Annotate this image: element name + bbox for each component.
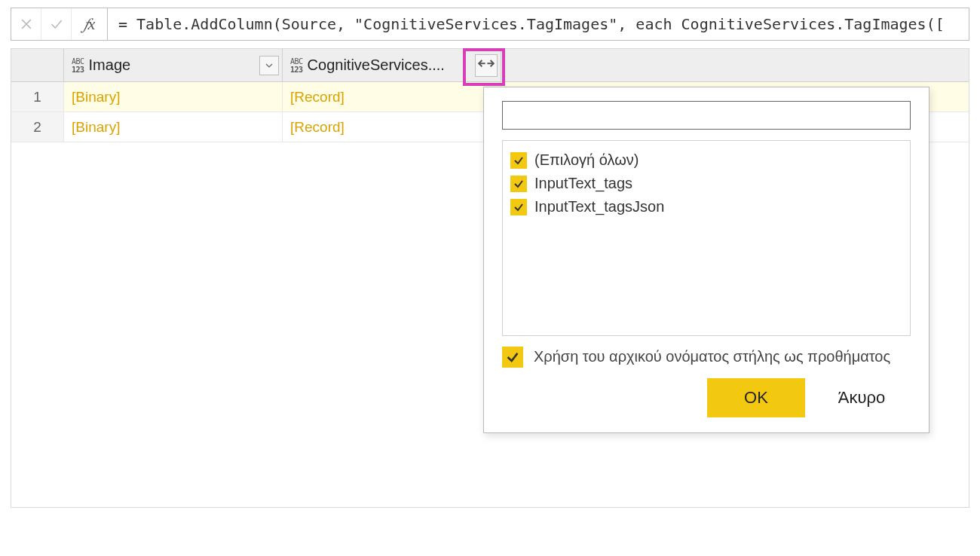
check-icon [506,350,519,364]
header-fill [501,49,969,82]
column-header-image[interactable]: ABC123 Image [64,49,283,82]
confirm-formula-button[interactable] [41,8,72,40]
cell-image[interactable]: [Binary] [64,112,283,142]
column-header-label: CognitiveServices.... [308,57,445,74]
check-icon [513,155,524,166]
expand-column-popup: (Επιλογή όλων) InputText_tags InputText_… [483,87,929,433]
formula-controls: 𝑓x [11,8,108,40]
list-item[interactable]: (Επιλογή όλων) [510,148,902,172]
prefix-option[interactable]: Χρήση του αρχικού ονόματος στήλης ως προ… [502,336,911,368]
search-input[interactable] [502,101,911,130]
sheet-area: ABC123 Image ABC123 CognitiveServices...… [11,48,969,508]
fx-label: 𝑓x [72,8,108,40]
column-header-label: Image [89,57,131,74]
row-index[interactable]: 1 [11,82,64,112]
checkbox-checked[interactable] [510,176,527,192]
formula-bar: 𝑓x = Table.AddColumn(Source, "CognitiveS… [11,8,969,41]
close-icon [19,17,34,32]
cancel-button[interactable]: Άκυρο [813,378,911,417]
prefix-label: Χρήση του αρχικού ονόματος στήλης ως προ… [534,347,890,367]
column-header-cognitive[interactable]: ABC123 CognitiveServices.... [283,49,501,82]
checkbox-checked[interactable] [510,199,527,215]
list-item-label: InputText_tags [534,175,632,192]
check-icon [513,179,524,189]
button-row: OK Άκυρο [502,378,911,417]
grid-header: ABC123 Image ABC123 CognitiveServices...… [11,49,969,82]
list-item-label: (Επιλογή όλων) [534,151,639,169]
checkbox-checked[interactable] [510,152,527,169]
formula-text[interactable]: = Table.AddColumn(Source, "CognitiveServ… [108,15,969,33]
column-filter-dropdown[interactable] [259,56,279,75]
list-item-label: InputText_tagsJson [534,198,664,215]
row-index[interactable]: 2 [11,112,64,142]
expand-icon [476,55,497,76]
checkbox-checked[interactable] [502,347,523,368]
check-icon [49,17,64,32]
cell-record[interactable]: [Record] [283,112,501,142]
expand-column-button[interactable] [475,54,498,77]
check-icon [513,202,524,212]
type-any-icon: ABC123 [69,57,84,74]
chevron-down-icon [265,62,273,69]
type-any-icon: ABC123 [287,57,303,74]
list-item[interactable]: InputText_tags [510,172,902,195]
header-corner[interactable] [11,49,64,82]
ok-button[interactable]: OK [707,378,805,417]
cell-image[interactable]: [Binary] [64,82,283,112]
column-list[interactable]: (Επιλογή όλων) InputText_tags InputText_… [502,140,911,336]
cancel-formula-button[interactable] [11,8,41,40]
list-item[interactable]: InputText_tagsJson [510,195,902,218]
cell-record[interactable]: [Record] [283,82,501,112]
